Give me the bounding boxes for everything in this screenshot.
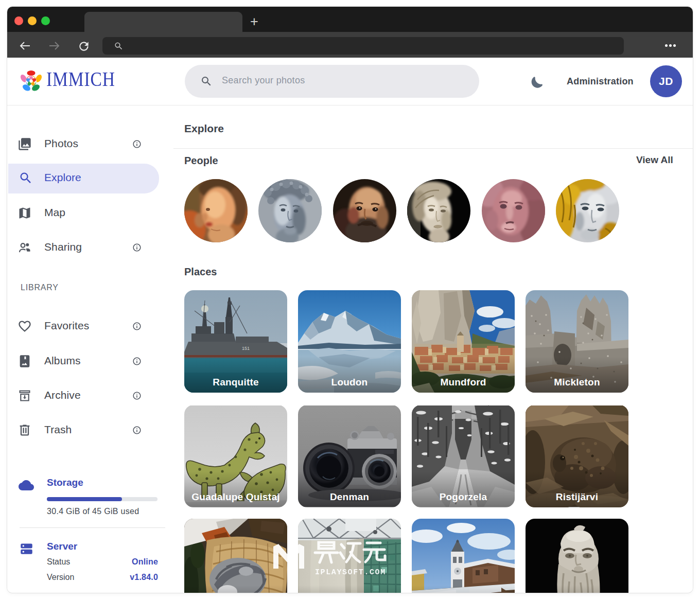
svg-text:151: 151 [242, 346, 250, 351]
svg-text:IPLAYSOFT.COM: IPLAYSOFT.COM [315, 568, 386, 577]
